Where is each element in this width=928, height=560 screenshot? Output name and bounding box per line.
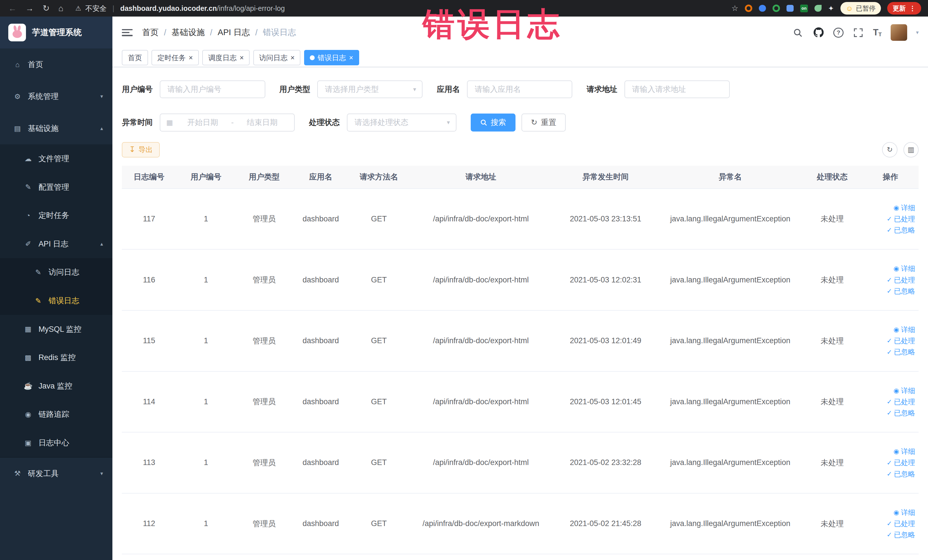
close-icon[interactable]: × <box>240 54 244 61</box>
close-icon[interactable]: × <box>349 54 353 61</box>
avatar[interactable] <box>891 24 907 41</box>
mark-processed-link[interactable]: ✓已处理 <box>887 275 915 285</box>
extension-icon-4[interactable] <box>786 5 794 12</box>
mark-processed-link[interactable]: ✓已处理 <box>887 458 915 467</box>
tab-dispatch-log[interactable]: 调度日志 × <box>202 50 250 65</box>
extension-icon-6[interactable] <box>815 5 821 12</box>
browser-home-icon[interactable]: ⌂ <box>58 4 64 12</box>
cell-exception-time: 2021-05-03 12:01:45 <box>553 371 658 432</box>
breadcrumb-item[interactable]: API 日志 <box>218 27 250 38</box>
chevron-down-icon[interactable]: ▾ <box>916 29 919 36</box>
extension-icon-7[interactable]: ✦ <box>828 4 834 12</box>
sidebar-item-label: 系统管理 <box>28 91 59 102</box>
app-name-input[interactable] <box>467 81 572 98</box>
font-size-icon[interactable]: TT <box>873 27 882 38</box>
github-icon[interactable] <box>813 26 825 38</box>
mark-ignored-link[interactable]: ✓已忽略 <box>887 225 915 235</box>
eye-icon: ◉ <box>893 327 899 333</box>
cell-user-id: 1 <box>176 371 236 432</box>
mark-processed-link[interactable]: ✓已处理 <box>887 214 915 224</box>
sidebar-item-link-tracing[interactable]: ◉ 链路追踪 <box>0 400 112 429</box>
tab-error-log[interactable]: 错误日志 × <box>304 50 359 65</box>
exception-time-range-picker[interactable]: ▦ 开始日期 - 结束日期 <box>160 113 295 131</box>
extension-icon-2[interactable] <box>759 5 766 12</box>
address-bar[interactable]: ⚠ 不安全 | dashboard.yudao.iocoder.cn/infra… <box>72 4 724 13</box>
sidebar-item-dev-tools[interactable]: ⚒ 研发工具 ▾ <box>0 457 112 490</box>
sidebar-item-config-management[interactable]: ✎ 配置管理 <box>0 173 112 201</box>
mark-ignored-link[interactable]: ✓已忽略 <box>887 408 915 418</box>
mark-ignored-link[interactable]: ✓已忽略 <box>887 287 915 296</box>
sidebar-item-mysql-monitor[interactable]: ▦ MySQL 监控 <box>0 315 112 343</box>
browser-reload-icon[interactable]: ↻ <box>43 4 49 12</box>
browser-update-button[interactable]: 更新 ⋮ <box>887 2 921 14</box>
close-icon[interactable]: × <box>189 54 193 61</box>
process-status-select[interactable]: 请选择处理状态 ▾ <box>347 113 456 131</box>
sidebar-item-api-log[interactable]: ✐ API 日志 ▴ <box>0 230 112 258</box>
filter-form: 用户编号 用户类型 请选择用户类型 ▾ 应用名 请求地址 <box>112 67 928 131</box>
sidebar-item-error-log[interactable]: ✎ 错误日志 <box>0 287 112 315</box>
breadcrumb-item[interactable]: 首页 <box>142 27 159 38</box>
check-icon: ✓ <box>887 216 892 222</box>
extension-icon-1[interactable] <box>745 5 752 12</box>
col-exception-time: 异常发生时间 <box>553 166 658 189</box>
cell-exception-time: 2021-05-03 12:01:49 <box>553 310 658 371</box>
col-user-id: 用户编号 <box>176 166 236 189</box>
mark-ignored-link[interactable]: ✓已忽略 <box>887 469 915 479</box>
browser-back-icon[interactable]: ← <box>8 4 17 12</box>
browser-menu-icon[interactable]: ⋮ <box>909 5 916 12</box>
sidebar-item-label: Java 监控 <box>38 381 72 391</box>
extension-icon-5[interactable]: on <box>800 5 808 12</box>
mark-ignored-link[interactable]: ✓已忽略 <box>887 347 915 357</box>
tab-home[interactable]: 首页 <box>122 50 148 65</box>
view-detail-link[interactable]: ◉详细 <box>893 203 915 212</box>
mark-processed-link[interactable]: ✓已处理 <box>887 397 915 406</box>
view-detail-link[interactable]: ◉详细 <box>893 325 915 334</box>
refresh-table-button[interactable]: ↻ <box>882 142 897 157</box>
sidebar-item-java-monitor[interactable]: ☕ Java 监控 <box>0 372 112 400</box>
sidebar-toggle-icon[interactable] <box>122 29 132 36</box>
tab-access-log[interactable]: 访问日志 × <box>253 50 301 65</box>
view-detail-link[interactable]: ◉详细 <box>893 386 915 395</box>
fullscreen-icon[interactable] <box>852 26 864 38</box>
user-type-select[interactable]: 请选择用户类型 ▾ <box>317 81 423 98</box>
paused-badge-label: 已暂停 <box>856 4 876 13</box>
col-method: 请求方法名 <box>349 166 409 189</box>
view-detail-link[interactable]: ◉详细 <box>893 508 915 517</box>
search-icon[interactable] <box>792 26 804 38</box>
eye-icon: ◉ <box>24 410 32 418</box>
paused-badge[interactable]: ☺ 已暂停 <box>840 2 881 14</box>
breadcrumb-item[interactable]: 基础设施 <box>171 27 205 38</box>
sidebar-item-system-management[interactable]: ⚙ 系统管理 ▾ <box>0 81 112 112</box>
sidebar-item-file-management[interactable]: ☁ 文件管理 <box>0 144 112 173</box>
check-icon: ✓ <box>887 227 892 233</box>
tab-scheduled-jobs[interactable]: 定时任务 × <box>151 50 199 65</box>
mark-processed-link[interactable]: ✓已处理 <box>887 336 915 345</box>
tab-label: 定时任务 <box>157 53 186 63</box>
mark-processed-link[interactable]: ✓已处理 <box>887 519 915 528</box>
table-row: 116 1 管理员 dashboard GET /api/infra/db-do… <box>122 249 919 310</box>
mark-ignored-link[interactable]: ✓已忽略 <box>887 530 915 539</box>
request-url-input[interactable] <box>624 81 730 98</box>
user-id-input[interactable] <box>160 81 265 98</box>
sidebar-item-infrastructure[interactable]: ▤ 基础设施 ▴ <box>0 112 112 144</box>
cell-process-status: 未处理 <box>803 310 862 371</box>
sidebar-item-log-center[interactable]: ▣ 日志中心 <box>0 429 112 457</box>
column-settings-button[interactable]: ▥ <box>904 142 919 157</box>
sidebar-item-home[interactable]: ⌂ 首页 <box>0 49 112 81</box>
filter-request-url: 请求地址 <box>586 81 730 98</box>
extension-icon-3[interactable] <box>772 5 780 12</box>
export-button[interactable]: ↧ 导出 <box>122 142 159 157</box>
bookmark-star-icon[interactable]: ☆ <box>731 5 738 12</box>
sidebar-item-redis-monitor[interactable]: ▩ Redis 监控 <box>0 343 112 372</box>
view-detail-link[interactable]: ◉详细 <box>893 447 915 456</box>
search-button[interactable]: 搜索 <box>471 113 516 131</box>
reset-button[interactable]: ↻ 重置 <box>522 113 566 131</box>
help-icon[interactable]: ? <box>833 27 843 38</box>
close-icon[interactable]: × <box>290 54 295 61</box>
chevron-down-icon: ▾ <box>101 93 103 99</box>
browser-forward-icon[interactable]: → <box>25 4 34 12</box>
cell-app-name: dashboard <box>292 249 349 310</box>
sidebar-item-access-log[interactable]: ✎ 访问日志 <box>0 258 112 287</box>
view-detail-link[interactable]: ◉详细 <box>893 264 915 273</box>
sidebar-item-scheduled-jobs[interactable]: ◔ 定时任务 <box>0 201 112 230</box>
